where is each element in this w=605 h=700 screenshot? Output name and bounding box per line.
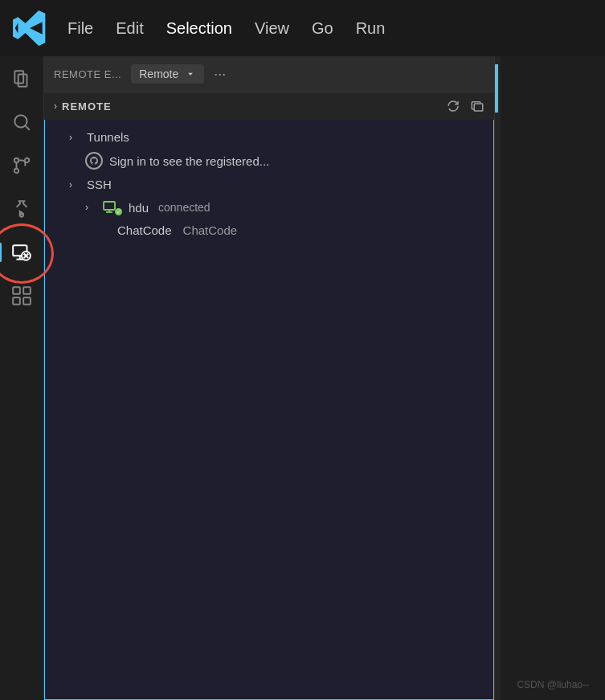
menu-edit[interactable]: Edit xyxy=(116,19,143,38)
watermark-text: CSDN @liuhao-- xyxy=(517,679,589,690)
main-layout: REMOTE E... Remote ··· › REMOTE xyxy=(0,56,605,700)
menu-run[interactable]: Run xyxy=(356,19,386,38)
active-tab-indicator xyxy=(495,64,498,113)
tree-content: › Tunnels Sign in to see the registered.… xyxy=(44,120,494,700)
section-action-icons xyxy=(446,99,484,113)
chatcode-secondary-label: ChatCode xyxy=(183,223,238,237)
ssh-host-connected-icon: ✓ xyxy=(103,199,122,215)
connected-status-label: connected xyxy=(158,201,211,214)
svg-rect-15 xyxy=(13,287,20,294)
refresh-icon[interactable] xyxy=(446,99,460,113)
menu-selection[interactable]: Selection xyxy=(166,19,232,38)
svg-rect-17 xyxy=(13,297,20,305)
new-window-icon[interactable] xyxy=(470,99,484,113)
svg-point-6 xyxy=(14,169,18,173)
extensions-icon-btn[interactable] xyxy=(7,281,36,310)
svg-rect-18 xyxy=(23,297,31,305)
more-options-icon[interactable]: ··· xyxy=(214,66,226,83)
svg-rect-0 xyxy=(14,71,23,83)
activity-bar xyxy=(0,56,44,700)
chatcode-tree-item[interactable]: ChatCode ChatCode xyxy=(45,219,493,241)
svg-point-2 xyxy=(14,115,27,127)
svg-rect-20 xyxy=(474,104,483,111)
section-chevron-icon[interactable]: › xyxy=(54,100,57,112)
tunnels-tree-item[interactable]: › Tunnels xyxy=(45,126,493,148)
search-icon-btn[interactable] xyxy=(7,108,36,137)
sign-in-tree-item[interactable]: Sign in to see the registered... xyxy=(45,148,493,174)
svg-rect-1 xyxy=(18,75,27,87)
remote-dropdown[interactable]: Remote xyxy=(131,64,204,84)
tunnels-label: Tunnels xyxy=(87,130,129,144)
svg-rect-16 xyxy=(23,287,31,294)
menu-view[interactable]: View xyxy=(255,19,289,38)
remote-section-header: › REMOTE xyxy=(44,92,494,120)
right-strip xyxy=(494,56,501,700)
hdu-chevron-icon: › xyxy=(85,202,96,213)
tunnels-chevron-icon: › xyxy=(69,132,80,143)
hdu-host-label: hdu xyxy=(129,201,149,215)
svg-point-4 xyxy=(14,158,18,162)
sidebar-panel-label: REMOTE E... xyxy=(54,68,121,80)
menu-bar: File Edit Selection View Go Run xyxy=(67,19,385,38)
svg-rect-21 xyxy=(104,202,115,210)
svg-line-3 xyxy=(26,126,30,130)
ssh-tree-item[interactable]: › SSH xyxy=(45,174,493,195)
vscode-logo-icon xyxy=(13,10,48,46)
explorer-icon-btn[interactable] xyxy=(7,64,36,93)
menu-file[interactable]: File xyxy=(67,19,93,38)
chevron-down-icon xyxy=(185,68,196,80)
github-icon xyxy=(85,152,103,170)
remote-dropdown-label: Remote xyxy=(139,68,178,80)
menu-go[interactable]: Go xyxy=(312,19,333,38)
sign-in-label: Sign in to see the registered... xyxy=(109,154,269,168)
hdu-host-tree-item[interactable]: › ✓ hdu connected xyxy=(45,195,493,219)
chatcode-primary-label: ChatCode xyxy=(117,223,172,237)
titlebar: File Edit Selection View Go Run xyxy=(0,0,605,56)
ssh-chevron-icon: › xyxy=(69,179,80,190)
remote-explorer-icon-btn[interactable] xyxy=(7,238,36,267)
source-control-icon-btn[interactable] xyxy=(7,151,36,180)
sidebar-panel: REMOTE E... Remote ··· › REMOTE xyxy=(44,56,494,700)
ssh-label: SSH xyxy=(87,178,112,191)
section-title: REMOTE xyxy=(62,100,112,113)
sidebar-header: REMOTE E... Remote ··· xyxy=(44,56,494,92)
run-debug-icon-btn[interactable] xyxy=(7,194,36,223)
